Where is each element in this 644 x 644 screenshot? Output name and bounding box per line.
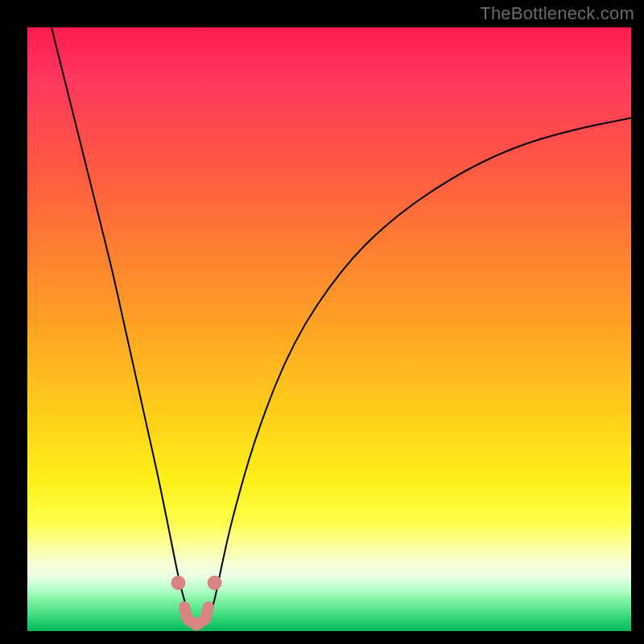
chart-svg — [27, 27, 631, 631]
chart-frame: TheBottleneck.com — [0, 0, 644, 644]
watermark-text: TheBottleneck.com — [480, 3, 634, 24]
minimum-band — [184, 607, 208, 625]
left-dot — [171, 576, 186, 590]
plot-area — [27, 27, 631, 631]
right-dot — [208, 576, 222, 590]
bottleneck-curve — [52, 27, 631, 625]
